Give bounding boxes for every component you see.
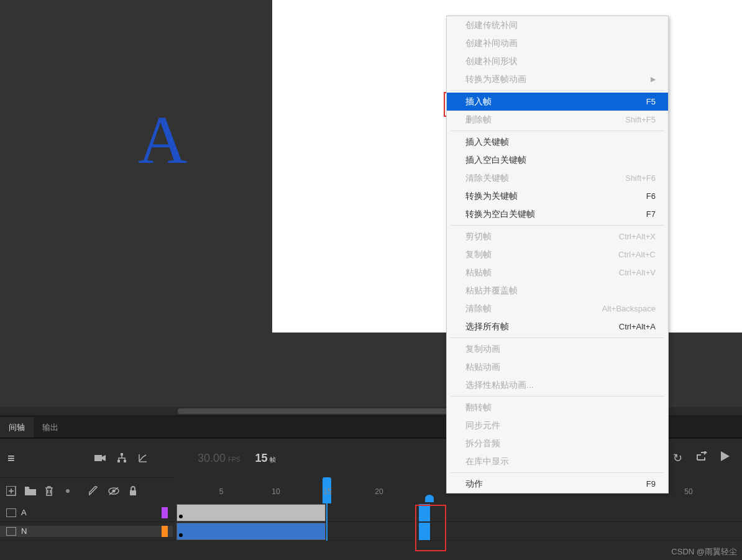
context-menu: 创建传统补间创建补间动画创建补间形状转换为逐帧动画▶插入帧F5删除帧Shift+… [446,16,669,493]
menu-shortcut: Shift+F6 [625,173,656,183]
ruler-tick-label: 20 [375,487,383,496]
menu-item[interactable]: 插入空白关键帧 [447,151,668,169]
svg-rect-8 [130,490,136,495]
menu-item: 清除帧Alt+Backspace [447,300,668,318]
menu-item[interactable]: 选择所有帧Ctrl+Alt+A [447,318,668,336]
menu-item: 粘贴动画 [447,358,668,376]
svg-rect-1 [121,453,123,456]
menu-item[interactable]: 转换为空白关键帧F7 [447,205,668,223]
play-icon[interactable] [721,451,730,465]
menu-item-label: 拆分音频 [465,438,500,449]
visibility-icon[interactable] [108,487,119,495]
menu-shortcut: Ctrl+Alt+X [619,232,656,241]
menu-item-label: 转换为关键帧 [465,191,518,202]
menu-separator [451,90,664,91]
menu-item-label: 插入关键帧 [465,137,509,148]
menu-separator [451,131,664,131]
menu-item-label: 粘贴帧 [465,267,492,278]
graph-icon[interactable] [138,453,148,463]
svg-rect-3 [124,460,126,462]
frames-track[interactable] [173,503,742,522]
add-layer-icon[interactable] [6,486,16,496]
menu-item-label: 清除关键帧 [465,173,509,184]
menu-item-label: 选择所有帧 [465,321,509,333]
menu-item-label: 插入帧 [465,96,492,108]
menu-item-label: 同步元件 [465,420,500,431]
menu-item-label: 删除帧 [465,114,492,126]
stage-glyph: A [138,101,187,180]
menu-separator [451,396,664,397]
menu-item: 在库中显示 [447,452,668,470]
menu-item-label: 粘贴动画 [465,362,500,373]
layer-type-icon [6,527,16,536]
menu-item-label: 选择性粘贴动画... [465,380,534,391]
highlight-icon[interactable] [88,486,98,496]
status-dot-icon [66,489,70,493]
menu-item: 删除帧Shift+F5 [447,111,668,129]
layer-row[interactable]: A [0,503,742,522]
menu-item: 拆分音频 [447,434,668,452]
menu-item[interactable]: 动作F9 [447,475,668,493]
menu-item-label: 复制动画 [465,344,500,355]
hierarchy-icon[interactable] [117,453,127,463]
lock-icon[interactable] [129,486,137,496]
layer-color-swatch[interactable] [162,526,168,537]
menu-item-label: 清除帧 [465,303,492,314]
menu-shortcut: F9 [646,479,656,489]
menu-item-label: 粘贴并覆盖帧 [465,285,518,296]
layer-name-label[interactable]: N [21,526,27,536]
menu-item: 粘贴并覆盖帧 [447,282,668,300]
fps-display[interactable]: 30.00FPS [198,452,240,465]
menu-item-label: 翻转帧 [465,402,492,413]
menu-separator [451,337,664,338]
menu-item: 创建补间形状 [447,52,668,70]
timeline-layers: A N [0,503,742,560]
menu-shortcut: Ctrl+Alt+A [619,322,656,331]
loop-icon[interactable]: ↻ [673,451,682,465]
current-frame-display[interactable]: 15帧 [255,452,276,465]
menu-separator [451,225,664,226]
ruler-tick-label: 10 [272,487,280,496]
menu-item: 粘贴帧Ctrl+Alt+V [447,264,668,282]
menu-item-label: 转换为逐帧动画 [465,74,526,85]
menu-item-label: 创建补间动画 [465,38,518,49]
menu-shortcut: Ctrl+Alt+C [618,250,656,259]
layer-name-label[interactable]: A [21,508,27,517]
menu-item: 剪切帧Ctrl+Alt+X [447,227,668,246]
ruler-tick-label: 50 [684,487,692,496]
menu-item-label: 在库中显示 [465,456,509,467]
menu-item[interactable]: 插入帧F5 [447,93,668,111]
menu-item: 清除关键帧Shift+F6 [447,169,668,187]
menu-item: 复制动画 [447,340,668,358]
submenu-arrow-icon: ▶ [651,75,656,83]
menu-item: 创建传统补间 [447,16,668,34]
svg-rect-0 [94,455,102,461]
menu-item-label: 创建传统补间 [465,20,518,31]
layer-color-swatch[interactable] [162,507,168,518]
trash-icon[interactable] [45,486,53,496]
tab-output[interactable]: 输出 [34,417,67,438]
menu-item-label: 剪切帧 [465,231,492,242]
menu-item: 复制帧Ctrl+Alt+C [447,246,668,264]
menu-item: 同步元件 [447,416,668,434]
menu-item-label: 转换为空白关键帧 [465,209,535,220]
menu-shortcut: F7 [646,209,656,219]
tab-timeline[interactable]: 间轴 [0,417,34,438]
menu-item-label: 复制帧 [465,249,492,260]
svg-rect-2 [117,460,120,462]
menu-shortcut: F6 [646,191,656,201]
layers-stack-icon[interactable]: ≡ [7,451,15,466]
onion-skin-marker[interactable] [425,495,434,502]
export-icon[interactable] [696,451,707,465]
menu-shortcut: Shift+F5 [625,115,656,124]
layer-row[interactable]: N [0,522,742,541]
frames-track[interactable] [173,522,742,541]
menu-item[interactable]: 插入关键帧 [447,133,668,151]
layer-type-icon [6,508,16,517]
menu-shortcut: F5 [646,97,656,106]
folder-icon[interactable] [25,487,36,495]
ruler-tick-label: 5 [219,487,224,496]
menu-separator [451,472,664,473]
camera-icon[interactable] [94,454,106,462]
menu-item[interactable]: 转换为关键帧F6 [447,187,668,205]
